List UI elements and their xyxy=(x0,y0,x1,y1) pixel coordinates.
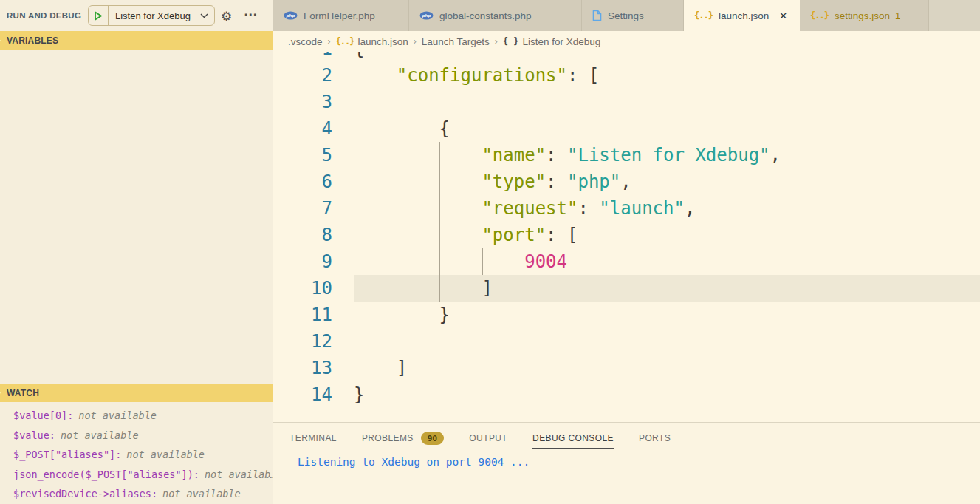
chevron-down-icon: ▾ xyxy=(0,389,1,398)
watch-expression: $value: xyxy=(13,429,55,441)
breadcrumb-separator-icon: › xyxy=(328,36,331,47)
line-content: "request": "launch", xyxy=(354,195,980,222)
breadcrumb-item[interactable]: .vscode xyxy=(288,36,323,47)
code-line: 11 } xyxy=(273,302,980,328)
watch-item[interactable]: $_POST["aliases"]:not available xyxy=(0,445,273,465)
gear-icon[interactable]: ⚙ xyxy=(221,9,232,24)
close-icon[interactable]: ✕ xyxy=(779,10,787,21)
bottom-panel: TERMINALPROBLEMS90OUTPUTDEBUG CONSOLEPOR… xyxy=(273,422,980,504)
indent-guide xyxy=(439,168,440,195)
indent-guide xyxy=(397,195,397,222)
tab-formhelper-php[interactable]: phpFormHelper.php xyxy=(273,0,409,31)
indent-guide xyxy=(354,142,354,168)
breadcrumb-item[interactable]: {..}launch.json xyxy=(336,36,408,47)
line-content: 9004 xyxy=(354,248,980,275)
indent-guide xyxy=(397,275,397,302)
line-number: 2 xyxy=(273,62,354,89)
line-number: 8 xyxy=(273,222,354,248)
json-braces-icon: {..} xyxy=(694,10,713,21)
more-actions-icon[interactable]: ⋯ xyxy=(244,6,258,23)
variables-list xyxy=(0,50,273,384)
watch-list: $value[0]:not available$value:not availa… xyxy=(0,402,273,504)
line-number: 14 xyxy=(273,381,354,408)
watch-item[interactable]: $revisedDevice->aliases:not available xyxy=(0,484,273,504)
code-token: ] xyxy=(397,358,407,378)
line-content: { xyxy=(354,52,980,62)
code-editor[interactable]: 1{2 "configurations": [34 {5 "name": "Li… xyxy=(273,52,980,422)
code-line: 7 "request": "launch", xyxy=(273,195,980,222)
code-line: 8 "port": [ xyxy=(273,222,980,248)
watch-value: not available xyxy=(78,409,157,421)
line-content: { xyxy=(354,115,980,142)
breadcrumb-item[interactable]: Launch Targets xyxy=(422,36,490,47)
indent-guide xyxy=(482,248,483,275)
sidebar-title-bar: RUN AND DEBUG Listen for Xdebug ⚙ ⋯ xyxy=(0,0,273,31)
code-token xyxy=(354,358,397,378)
watch-value: not available xyxy=(126,449,205,460)
indent-guide xyxy=(397,248,397,275)
line-content: ] xyxy=(354,355,980,381)
panel-tab-problems[interactable]: PROBLEMS90 xyxy=(362,433,444,449)
indent-guide xyxy=(397,142,397,168)
breadcrumb: .vscode›{..}launch.json›Launch Targets›{… xyxy=(273,31,980,52)
code-token: "php" xyxy=(567,171,620,192)
tab-settings-json[interactable]: {..}settings.json1 xyxy=(800,0,929,31)
code-line: 2 "configurations": [ xyxy=(273,62,980,89)
indent-guide xyxy=(397,168,397,195)
code-token: ] xyxy=(482,278,492,299)
line-content xyxy=(354,328,980,355)
code-token: "type" xyxy=(482,171,546,192)
editor-group: phpFormHelper.phpphpglobal-constants.php… xyxy=(273,0,980,504)
line-number: 4 xyxy=(273,115,354,142)
code-token: , xyxy=(685,198,695,219)
chevron-down-icon xyxy=(200,13,214,18)
line-number: 10 xyxy=(273,275,354,302)
vscode-window: RUN AND DEBUG Listen for Xdebug ⚙ ⋯ ▾ VA… xyxy=(0,0,980,504)
indent-guide xyxy=(354,248,354,275)
code-token: : xyxy=(578,198,599,219)
tab-label: Settings xyxy=(608,10,644,21)
variables-section-header[interactable]: ▾ VARIABLES xyxy=(0,31,273,50)
editor-tab-bar: phpFormHelper.phpphpglobal-constants.php… xyxy=(273,0,980,31)
indent-guide xyxy=(354,89,354,115)
line-number: 11 xyxy=(273,302,354,328)
watch-item[interactable]: $value[0]:not available xyxy=(0,406,273,426)
panel-tab-ports[interactable]: PORTS xyxy=(639,433,671,449)
line-content: } xyxy=(354,381,980,408)
indent-guide xyxy=(439,275,440,302)
object-symbol-icon: { } xyxy=(503,36,519,47)
indent-guide xyxy=(354,275,354,302)
code-line: 1{ xyxy=(273,52,980,62)
code-token: : xyxy=(567,65,589,86)
code-token: "request" xyxy=(482,198,578,219)
indent-guide xyxy=(354,115,354,142)
line-number: 7 xyxy=(273,195,354,222)
panel-tab-output[interactable]: OUTPUT xyxy=(469,433,507,449)
code-token xyxy=(354,65,397,86)
watch-value: not available xyxy=(61,429,139,441)
tab-global-constants-php[interactable]: phpglobal-constants.php xyxy=(409,0,582,31)
code-token: "configurations" xyxy=(397,65,567,86)
breadcrumb-label: Launch Targets xyxy=(422,36,490,47)
line-number: 3 xyxy=(273,89,354,115)
indent-guide xyxy=(354,328,354,355)
start-debug-button[interactable] xyxy=(89,6,109,25)
breadcrumb-item[interactable]: { }Listen for Xdebug xyxy=(503,36,601,47)
debug-config-dropdown[interactable]: Listen for Xdebug xyxy=(88,5,215,26)
watch-item[interactable]: json_encode($_POST["aliases"]):not avail… xyxy=(0,465,273,485)
panel-tab-debug-console[interactable]: DEBUG CONSOLE xyxy=(532,433,614,449)
sidebar-title: RUN AND DEBUG xyxy=(0,11,81,20)
indent-guide xyxy=(354,302,354,328)
line-number: 1 xyxy=(273,52,354,62)
tab-settings[interactable]: Settings xyxy=(582,0,684,31)
code-token xyxy=(354,171,482,192)
indent-guide xyxy=(354,355,354,381)
code-line: 5 "name": "Listen for Xdebug", xyxy=(273,142,980,168)
problems-count-badge: 90 xyxy=(421,432,445,445)
tab-launch-json[interactable]: {..}launch.json✕ xyxy=(684,0,800,31)
watch-section-header[interactable]: ▾ WATCH xyxy=(0,384,273,402)
watch-item[interactable]: $value:not available xyxy=(0,426,273,446)
code-token: [ xyxy=(589,65,599,86)
panel-tab-terminal[interactable]: TERMINAL xyxy=(289,433,337,449)
indent-guide xyxy=(354,222,354,248)
